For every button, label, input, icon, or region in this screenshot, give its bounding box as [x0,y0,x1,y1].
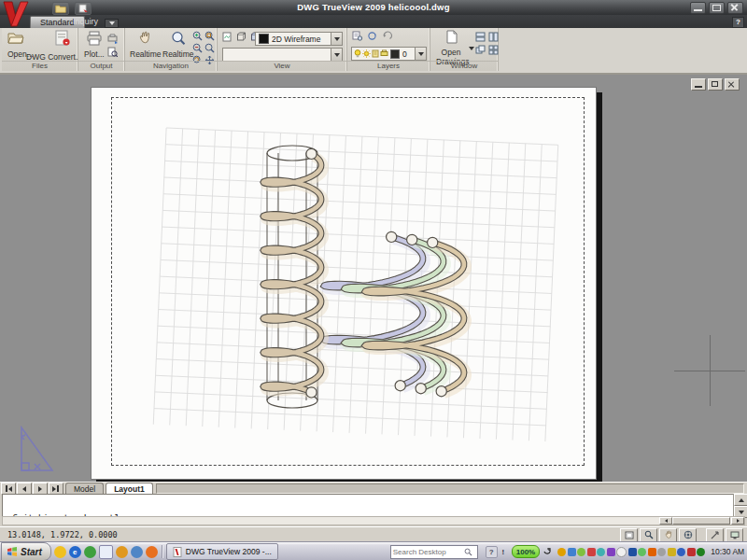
layer-on-bulb-icon [354,49,361,58]
views-cube-icon[interactable] [236,32,247,42]
scroll-right-button[interactable] [731,517,744,525]
pan-tool-button[interactable] [659,528,677,542]
command-window: <Switching to: Layout1> Regenerating lay… [0,494,747,526]
current-layer-value: 0 [402,49,407,59]
tray-icon[interactable] [607,548,615,556]
tray-icon[interactable] [657,548,666,556]
quicklaunch-app-icon[interactable] [84,546,96,558]
tray-icon[interactable] [668,548,676,556]
start-label: Start [21,547,42,557]
search-input[interactable] [391,548,464,556]
panel-output-label: Output [78,61,124,71]
named-view-dropdown-button[interactable] [331,49,342,61]
scroll-left-button[interactable] [659,517,672,525]
doc-restore-button[interactable] [708,78,723,91]
quicklaunch-messenger-icon[interactable] [54,546,66,558]
quicklaunch-notes-icon[interactable] [99,545,113,559]
open-drawings-label-1: Open [436,48,466,57]
hscroll-thumb[interactable] [672,517,730,525]
zoom-out-icon[interactable] [192,43,203,53]
tray-icon[interactable] [577,548,585,556]
panel-view-label: View [218,61,346,71]
quicklaunch-ie-icon[interactable]: e [69,546,81,558]
dwg-convert-button[interactable]: DWG Convert... [43,30,82,62]
tile-vertical-icon[interactable] [488,32,499,42]
arrow-up-icon [739,498,744,502]
arrow-left-icon [22,486,26,492]
command-hscrollbar[interactable] [2,516,745,525]
tray-icon[interactable] [597,548,605,556]
arrow-left-icon [665,519,668,523]
tray-icon[interactable] [628,548,637,556]
zoom-in-icon[interactable] [192,31,203,41]
scroll-up-button[interactable] [734,494,747,506]
minimize-button[interactable] [690,2,706,14]
pan-hand-icon [137,31,154,46]
window-controls [690,2,743,14]
task-button-label: DWG TrueView 2009 -... [186,547,272,556]
tray-icon[interactable] [677,548,685,556]
tray-icon[interactable] [648,548,656,556]
zoom-tool-button[interactable] [640,528,657,542]
plot-button[interactable]: Plot... [84,31,105,59]
layer-properties-icon[interactable] [352,31,362,41]
annotation-scale-button[interactable] [706,528,724,542]
start-button[interactable]: Start [1,542,51,560]
taskbar-dwg-trueview-button[interactable]: DWG TrueView 2009 -... [166,543,278,560]
tray-icon[interactable] [697,548,705,556]
drawing-canvas[interactable] [0,75,747,482]
visual-style-dropdown-button[interactable] [331,33,342,45]
paper-sheet[interactable] [91,87,597,480]
desktop-search-box[interactable] [390,545,478,559]
zoom-realtime-button[interactable]: Realtime [162,31,194,59]
tray-icon[interactable] [638,548,646,556]
arrow-right-icon [38,486,42,492]
named-view-dropdown[interactable] [222,48,343,62]
arrange-icons-icon[interactable] [488,45,499,55]
quicklaunch-firefox-icon[interactable] [146,546,158,558]
open-drawings-caret-icon [469,47,474,50]
doc-close-button[interactable] [725,78,740,91]
tray-help-icon[interactable]: ? [486,546,498,558]
visual-style-dropdown[interactable]: 2D Wireframe [255,32,343,46]
tray-icon[interactable] [687,548,696,556]
layer-dropdown[interactable]: 0 [351,47,427,61]
layer-dropdown-button[interactable] [415,48,426,60]
named-views-icon[interactable] [222,32,233,42]
quicklaunch-drop-icon[interactable] [116,546,128,558]
fullscreen-button[interactable] [726,528,743,542]
tray-icon[interactable] [587,548,596,556]
tab-overflow-button[interactable] [105,19,119,28]
chevron-down-icon [334,37,340,41]
command-vscrollbar[interactable] [733,494,746,518]
help-button[interactable]: ? [732,17,744,28]
steering-wheel-button[interactable] [679,528,697,542]
quicklaunch-globe-icon[interactable] [131,546,143,558]
pan-realtime-button[interactable]: Realtime [130,31,162,59]
restore-icon [712,81,718,87]
tray-alert-icon[interactable]: ! [500,546,506,558]
plot-label: Plot... [84,49,105,59]
tile-horizontal-icon[interactable] [475,32,486,42]
layer-previous-icon[interactable] [382,31,392,41]
zoom-window-icon[interactable] [204,31,215,41]
tray-icon[interactable] [616,547,627,557]
zoom-extents-icon[interactable] [204,43,215,53]
magnifier-icon [644,530,654,539]
tray-icon[interactable] [557,548,566,556]
layout-scrollbar-track[interactable] [156,483,744,494]
close-button[interactable] [727,2,743,14]
maximize-button[interactable] [709,2,725,14]
tray-icon[interactable] [568,548,576,556]
layer-states-icon[interactable] [367,31,377,41]
cascade-icon[interactable] [475,45,486,55]
tab-inquiry[interactable]: Inquiry [63,16,107,27]
ucs-icon [13,426,56,476]
paper-space-button[interactable] [620,528,638,542]
plot-preview-button[interactable] [107,44,118,61]
doc-minimize-button[interactable] [691,78,706,91]
app-title-text: DWG TrueView 2009 [297,2,386,12]
panel-output: Plot... Output [78,28,125,71]
battery-indicator[interactable]: 100% [512,545,540,558]
search-icon [464,548,472,556]
